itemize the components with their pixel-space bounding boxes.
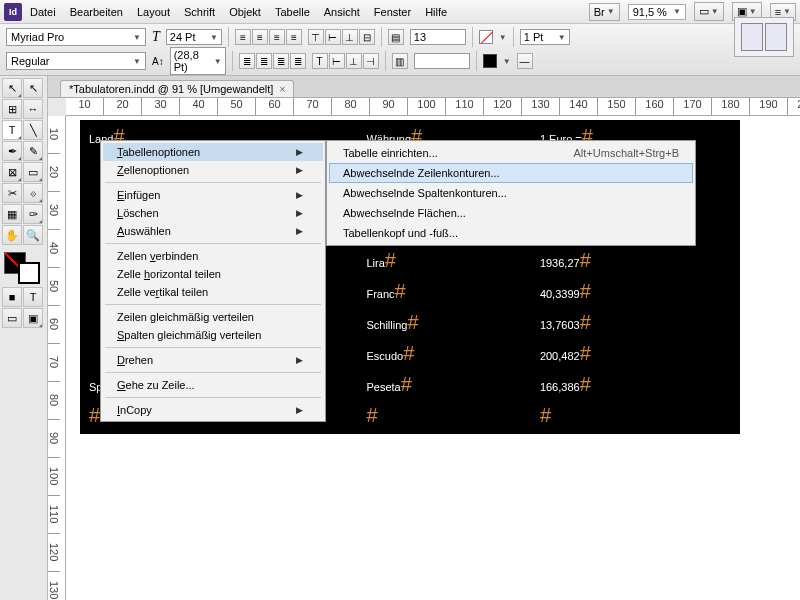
menu-fenster[interactable]: Fenster: [368, 4, 417, 20]
submenu-item[interactable]: Tabellenkopf und -fuß...: [329, 223, 693, 243]
rotate-270-icon[interactable]: ⊣: [363, 53, 379, 69]
menu-bearbeiten[interactable]: Bearbeiten: [64, 4, 129, 20]
context-menu[interactable]: Tabellenoptionen▶Zellenoptionen▶Einfügen…: [100, 140, 326, 422]
justify-left-icon[interactable]: ≣: [239, 53, 255, 69]
context-item[interactable]: Zelle horizontal teilen: [103, 265, 323, 283]
context-item[interactable]: Gehe zu Zeile...: [103, 376, 323, 394]
gradient-tool[interactable]: ▦: [2, 204, 22, 224]
align-right-icon[interactable]: ≡: [269, 29, 285, 45]
font-style-dropdown[interactable]: Regular▼: [6, 52, 146, 70]
zoom-tool[interactable]: 🔍: [23, 225, 43, 245]
rotate-90-icon[interactable]: ⊢: [329, 53, 345, 69]
rows-icon: ▤: [388, 29, 404, 45]
menu-datei[interactable]: Datei: [24, 4, 62, 20]
toolbox: ↖↖ ⊞↔ T╲ ✒✎ ⊠▭ ✂⟐ ▦✑ ✋🔍 ■T ▭▣: [0, 76, 48, 600]
eyedropper-tool[interactable]: ✑: [23, 204, 43, 224]
valign-just-icon[interactable]: ⊟: [359, 29, 375, 45]
justify-center-icon[interactable]: ≣: [256, 53, 272, 69]
scissors-tool[interactable]: ✂: [2, 183, 22, 203]
fill-swatch-none[interactable]: [479, 30, 493, 44]
context-item[interactable]: Einfügen▶: [103, 186, 323, 204]
context-item[interactable]: Löschen▶: [103, 204, 323, 222]
gap-tool[interactable]: ↔: [23, 99, 43, 119]
rectangle-frame-tool[interactable]: ⊠: [2, 162, 22, 182]
view-options[interactable]: ▭▼: [694, 2, 724, 21]
rotate-0-icon[interactable]: T: [312, 53, 328, 69]
font-family-dropdown[interactable]: Myriad Pro▼: [6, 28, 146, 46]
font-size[interactable]: 24 Pt▼: [166, 29, 222, 45]
selection-tool[interactable]: ↖: [2, 78, 22, 98]
stroke-weight[interactable]: 1 Pt▼: [520, 29, 570, 45]
context-item[interactable]: Zeilen gleichmäßig verteilen: [103, 308, 323, 326]
submenu-item[interactable]: Abwechselnde Spaltenkonturen...: [329, 183, 693, 203]
rectangle-tool[interactable]: ▭: [23, 162, 43, 182]
type-tool[interactable]: T: [2, 120, 22, 140]
stroke-swatch-black[interactable]: [483, 54, 497, 68]
valign-top-icon[interactable]: ⊤: [308, 29, 324, 45]
transform-tool[interactable]: ⟐: [23, 183, 43, 203]
rows-count[interactable]: [414, 53, 470, 69]
menu-hilfe[interactable]: Hilfe: [419, 4, 453, 20]
menu-objekt[interactable]: Objekt: [223, 4, 267, 20]
align-justify-icon[interactable]: ≡: [286, 29, 302, 45]
page-tool[interactable]: ⊞: [2, 99, 22, 119]
close-icon[interactable]: ×: [279, 84, 285, 95]
line-tool[interactable]: ╲: [23, 120, 43, 140]
submenu-item[interactable]: Abwechselnde Flächen...: [329, 203, 693, 223]
context-item[interactable]: InCopy▶: [103, 401, 323, 419]
apply-text[interactable]: T: [23, 287, 43, 307]
submenu-item[interactable]: Abwechselnde Zeilenkonturen...: [329, 163, 693, 183]
stroke-style[interactable]: —: [517, 53, 533, 69]
pencil-tool[interactable]: ✎: [23, 141, 43, 161]
cols-count[interactable]: 13: [410, 29, 466, 45]
context-item[interactable]: Tabellenoptionen▶: [103, 143, 323, 161]
ruler-vertical: 102030405060708090100110120130: [48, 116, 66, 600]
context-item[interactable]: Spalten gleichmäßig verteilen: [103, 326, 323, 344]
cols-icon: ▥: [392, 53, 408, 69]
zoom-level[interactable]: 91,5 %▼: [628, 4, 686, 20]
context-item[interactable]: Drehen▶: [103, 351, 323, 369]
menu-ansicht[interactable]: Ansicht: [318, 4, 366, 20]
ruler-horizontal: 1020304050607080901001101201301401501601…: [66, 98, 800, 116]
justify-right-icon[interactable]: ≣: [273, 53, 289, 69]
document-tab[interactable]: *Tabulatoren.indd @ 91 % [Umgewandelt]×: [60, 80, 294, 97]
view-normal[interactable]: ▭: [2, 308, 22, 328]
align-center-icon[interactable]: ≡: [252, 29, 268, 45]
menu-schrift[interactable]: Schrift: [178, 4, 221, 20]
leading[interactable]: (28,8 Pt)▼: [170, 47, 226, 75]
fill-stroke-swatch[interactable]: [2, 250, 42, 286]
submenu-item[interactable]: Tabelle einrichten...Alt+Umschalt+Strg+B: [329, 143, 693, 163]
menu-tabelle[interactable]: Tabelle: [269, 4, 316, 20]
direct-selection-tool[interactable]: ↖: [23, 78, 43, 98]
valign-mid-icon[interactable]: ⊢: [325, 29, 341, 45]
justify-full-icon[interactable]: ≣: [290, 53, 306, 69]
align-left-icon[interactable]: ≡: [235, 29, 251, 45]
app-icon: Id: [4, 3, 22, 21]
control-panel: Myriad Pro▼ T 24 Pt▼ ≡ ≡ ≡ ≡ ⊤ ⊢ ⊥ ⊟ ▤ 1…: [0, 24, 800, 76]
apply-color[interactable]: ■: [2, 287, 22, 307]
menu-layout[interactable]: Layout: [131, 4, 176, 20]
submenu-tabellenoptionen[interactable]: Tabelle einrichten...Alt+Umschalt+Strg+B…: [326, 140, 696, 246]
view-preview[interactable]: ▣: [23, 308, 43, 328]
menubar: Id Datei Bearbeiten Layout Schrift Objek…: [0, 0, 800, 24]
context-item[interactable]: Auswählen▶: [103, 222, 323, 240]
pen-tool[interactable]: ✒: [2, 141, 22, 161]
bridge-button[interactable]: Br▼: [589, 3, 620, 21]
paragraph-align[interactable]: ≡ ≡ ≡ ≡: [235, 29, 302, 45]
tab-strip: *Tabulatoren.indd @ 91 % [Umgewandelt]×: [48, 76, 800, 98]
context-item[interactable]: Zellenoptionen▶: [103, 161, 323, 179]
leading-icon: A↕: [152, 56, 164, 67]
rotate-180-icon[interactable]: ⊥: [346, 53, 362, 69]
vertical-align[interactable]: ⊤ ⊢ ⊥ ⊟: [308, 29, 375, 45]
context-item[interactable]: Zellen verbinden: [103, 247, 323, 265]
valign-bot-icon[interactable]: ⊥: [342, 29, 358, 45]
hand-tool[interactable]: ✋: [2, 225, 22, 245]
size-icon: T: [152, 29, 160, 45]
context-item[interactable]: Zelle vertikal teilen: [103, 283, 323, 301]
